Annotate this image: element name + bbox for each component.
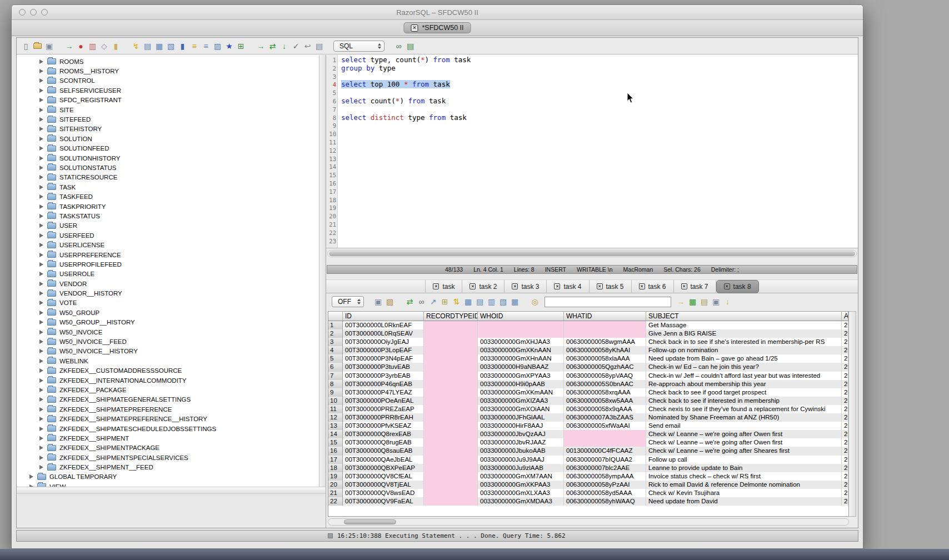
row-number-cell[interactable]: 6 — [328, 363, 343, 371]
disclosure-triangle-icon[interactable] — [39, 243, 43, 247]
close-tab-icon[interactable]: ✕ — [469, 283, 476, 289]
results-tab-task-3[interactable]: ✕task 3 — [505, 280, 547, 293]
describe-table-icon[interactable]: ▤ — [142, 41, 153, 51]
table-row[interactable]: 400T3000000P3LopEAF0033000000GmXKnAAN006… — [328, 346, 848, 354]
cell-recordtypeid[interactable] — [424, 456, 478, 464]
cell-subject[interactable]: Check back in to see if she's interested… — [646, 338, 842, 346]
tree-item-zkfedex-shipmategeneralsettings[interactable]: ZKFEDEX__SHIPMATEGENERALSETTINGS — [17, 395, 326, 404]
editor-horizontal-scrollbar[interactable] — [327, 250, 857, 257]
code-line[interactable]: group by type — [341, 64, 858, 73]
cell-whoid[interactable]: 0033000000Ju9zlAAB — [478, 464, 564, 472]
edit-sql-icon[interactable]: ▨ — [212, 41, 223, 51]
row-number-cell[interactable]: 11 — [328, 405, 343, 413]
minimize-window-button[interactable] — [30, 9, 37, 16]
column-header-ac[interactable]: AC — [842, 312, 848, 321]
code-line[interactable] — [341, 147, 858, 155]
results-tab-task-6[interactable]: ✕task 6 — [632, 280, 674, 293]
table-row[interactable]: 1000T3000000POeAnEAL0033000000GmXIZAA300… — [328, 397, 848, 405]
cell-whatid[interactable] — [564, 329, 646, 338]
execute-sql-icon[interactable]: ↯ — [131, 41, 141, 51]
close-tab-icon[interactable]: ✕ — [639, 283, 645, 289]
disclosure-triangle-icon[interactable] — [39, 349, 43, 353]
row-number-cell[interactable]: 16 — [328, 447, 343, 455]
cell-recordtypeid[interactable] — [424, 472, 478, 481]
grid-horizontal-scrollbar[interactable] — [328, 518, 849, 526]
cell-id[interactable]: 00T3000000QV8TjEAL — [343, 481, 424, 489]
cell-whoid[interactable]: 0033000000GmXKnAAN — [478, 346, 564, 354]
cell-subject[interactable]: Need update from David — [646, 497, 842, 506]
cell-recordtypeid[interactable] — [424, 397, 478, 405]
tree-item-sitefeed[interactable]: SITEFEED — [17, 114, 326, 124]
cell-id[interactable]: 00T3000000PRR8rEAH — [343, 413, 424, 422]
cell-subject[interactable]: Get Massage — [646, 321, 842, 329]
tree-item-userprofilefeed[interactable]: USERPROFILEFEED — [17, 259, 326, 269]
cell-whoid[interactable]: 0033000000H9aNBAAZ — [478, 363, 564, 371]
cell-recordtypeid[interactable] — [424, 430, 478, 438]
cell-recordtypeid[interactable] — [424, 489, 478, 497]
tree-item-rooms-history[interactable]: ROOMS__HISTORY — [17, 66, 326, 76]
code-line[interactable] — [341, 221, 858, 229]
cell-ac[interactable]: 200 — [842, 422, 848, 430]
row-number-cell[interactable]: 15 — [328, 438, 343, 447]
disclosure-triangle-icon[interactable] — [39, 253, 43, 257]
cell-recordtypeid[interactable] — [424, 354, 478, 363]
row-number-cell[interactable]: 2 — [328, 329, 343, 338]
disclosure-triangle-icon[interactable] — [39, 156, 43, 161]
cell-ac[interactable]: 200 — [842, 413, 848, 422]
disclosure-triangle-icon[interactable] — [39, 301, 43, 305]
tree-item-zkfedex-shipmatepreference[interactable]: ZKFEDEX__SHIPMATEPREFERENCE — [17, 404, 326, 414]
disconnect-icon[interactable]: ● — [76, 41, 86, 51]
disclosure-triangle-icon[interactable] — [39, 378, 43, 383]
disclosure-triangle-icon[interactable] — [39, 108, 43, 112]
tree-item-vote[interactable]: VOTE — [17, 298, 326, 308]
disclosure-triangle-icon[interactable] — [39, 233, 43, 238]
check-syntax-icon[interactable]: ✓ — [291, 41, 301, 51]
cell-recordtypeid[interactable] — [424, 438, 478, 447]
disclosure-triangle-icon[interactable] — [39, 407, 43, 412]
cell-ac[interactable]: 200 — [842, 363, 848, 371]
cell-subject[interactable]: Rick to email David & reference Delmonte… — [646, 481, 842, 489]
tree-item-zkfedex-customaddresssource[interactable]: ZKFEDEX__CUSTOMADDRESSSOURCE — [17, 366, 326, 376]
code-line[interactable] — [341, 237, 858, 246]
close-window-button[interactable] — [19, 9, 26, 16]
tree-item-w50-invoice[interactable]: W50_INVOICE — [17, 327, 326, 337]
cell-whoid[interactable]: 0033000000GmXMDAA3 — [478, 497, 564, 506]
cell-whoid[interactable]: 0033000000JbvQzAAJ — [478, 430, 564, 438]
cell-ac[interactable]: 200 — [842, 447, 848, 455]
disclosure-triangle-icon[interactable] — [39, 146, 43, 151]
column-header-subject[interactable]: SUBJECT — [646, 312, 842, 321]
code-line[interactable] — [341, 89, 858, 97]
table-row[interactable]: 800T3000000P46qnEAB0033000000H9i0pAAB006… — [328, 380, 848, 388]
cell-ac[interactable]: 200 — [842, 405, 848, 413]
favorites-star-icon[interactable]: ★ — [224, 41, 234, 51]
disclosure-triangle-icon[interactable] — [39, 223, 43, 228]
table-row[interactable]: 2000T3000000QV8TjEAL0033000000GmXKPAA300… — [328, 481, 848, 489]
edit-results-icon[interactable]: ▨ — [384, 297, 395, 307]
cell-subject[interactable]: Nominated by Shane Freeman at ANZ (HR50) — [646, 413, 842, 422]
insert-branch-icon[interactable]: ⊞ — [439, 297, 450, 307]
disclosure-triangle-icon[interactable] — [39, 368, 43, 373]
cell-whatid[interactable]: 006300000058ypVAAQ — [564, 372, 646, 380]
tree-item-vendor[interactable]: VENDOR — [17, 279, 326, 288]
cell-subject[interactable]: Leanne to provide update to Bain — [646, 464, 842, 472]
scrollbar-thumb[interactable] — [344, 519, 396, 524]
cell-whoid[interactable] — [478, 329, 564, 338]
disclosure-triangle-icon[interactable] — [39, 465, 43, 469]
cell-ac[interactable]: 200 — [842, 397, 848, 405]
tree-item-zkfedex-shipmentspecialservices[interactable]: ZKFEDEX__SHIPMENTSPECIALSERVICES — [17, 453, 326, 462]
cell-ac[interactable]: 200 — [842, 464, 848, 472]
row-number-cell[interactable]: 17 — [328, 456, 343, 464]
copy-table-icon[interactable]: ▦ — [510, 297, 520, 307]
cell-ac[interactable]: 200 — [842, 338, 848, 346]
table-row[interactable]: 300T3000000OiyJgEAJ0033000000GmXHJAA3006… — [328, 338, 848, 346]
cell-id[interactable]: 00T3000000L0RqSEAV — [343, 329, 424, 338]
cell-id[interactable]: 00T3000000L0RknEAF — [343, 321, 424, 329]
table-row[interactable]: 2200T3000000QV9FaEAL0033000000GmXMDAA300… — [328, 497, 848, 506]
row-number-cell[interactable]: 22 — [328, 497, 343, 506]
disclosure-triangle-icon[interactable] — [39, 88, 43, 93]
code-line[interactable] — [341, 229, 858, 237]
view-results-icon[interactable]: ∞ — [393, 41, 404, 51]
cell-whoid[interactable]: 0033000000GmXKmAAN — [478, 388, 564, 397]
bookmark-icon[interactable]: ▮ — [177, 41, 188, 51]
table-row[interactable]: 1200T3000000PRR8rEAH0033000000JFhGlAAL00… — [328, 413, 848, 422]
